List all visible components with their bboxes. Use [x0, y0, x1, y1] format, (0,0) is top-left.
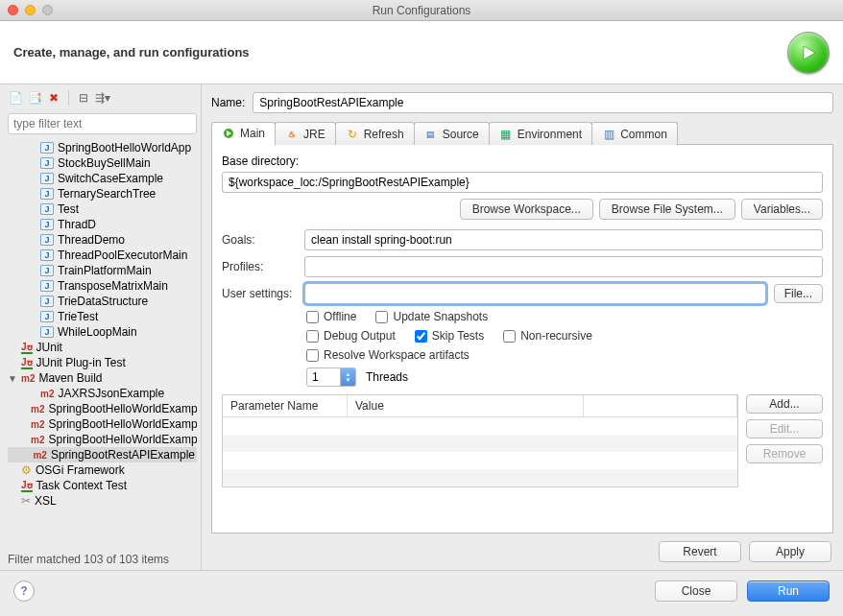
tree-item[interactable]: JʊJUnit	[8, 340, 197, 355]
tree-item[interactable]: JTransposeMatrixMain	[8, 278, 197, 294]
tree-item[interactable]: JStockBuySellMain	[8, 155, 197, 171]
tree-item[interactable]: JʊJUnit Plug-in Test	[8, 355, 197, 370]
duplicate-config-icon[interactable]: 📑	[27, 90, 42, 106]
tree-item[interactable]: JSwitchCaseExample	[8, 171, 197, 186]
collapse-all-icon[interactable]: ⊟	[76, 90, 91, 106]
name-input[interactable]	[253, 92, 833, 113]
config-tree[interactable]: JSpringBootHelloWorldAppJStockBuySellMai…	[8, 140, 197, 549]
delete-config-icon[interactable]: ✖	[46, 90, 61, 106]
table-row[interactable]	[223, 417, 737, 435]
tab-main[interactable]: Main	[211, 122, 276, 145]
tree-item-label: Task Context Test	[36, 479, 128, 492]
table-row[interactable]	[223, 452, 737, 469]
user-settings-label: User settings:	[222, 287, 297, 300]
tree-item[interactable]: JTernarySearchTree	[8, 186, 197, 201]
close-button[interactable]: Close	[655, 580, 737, 602]
tree-item-label: SpringBootHelloWorldExample	[48, 417, 197, 431]
tree-item-label: SpringBootHelloWorldExample	[48, 433, 197, 446]
tree-item-label: OSGi Framework	[36, 463, 125, 477]
common-icon: ▥	[602, 128, 615, 141]
revert-button[interactable]: Revert	[659, 541, 741, 562]
tree-item[interactable]: JTest	[8, 201, 197, 217]
tree-item-label: ThradD	[58, 218, 96, 231]
skip-tests-checkbox[interactable]: Skip Tests	[415, 329, 484, 343]
resolve-workspace-checkbox[interactable]: Resolve Workspace artifacts	[306, 348, 470, 362]
tree-item[interactable]: ✂XSL	[8, 493, 197, 509]
non-recursive-checkbox[interactable]: Non-recursive	[503, 329, 592, 343]
table-row[interactable]	[223, 435, 737, 452]
filter-input[interactable]	[8, 113, 197, 134]
tree-item[interactable]: m2SpringBootHelloWorldExample	[8, 416, 197, 432]
apply-button[interactable]: Apply	[749, 541, 831, 562]
threads-spinner[interactable]: ▲▼	[306, 367, 356, 387]
java-run-icon: J	[40, 142, 54, 154]
tree-item[interactable]: JThreadDemo	[8, 232, 197, 248]
tree-item-label: JUnit	[36, 341, 62, 354]
tree-item-label: JAXRSJsonExample	[58, 387, 164, 400]
add-param-button[interactable]: Add...	[746, 394, 823, 414]
offline-checkbox[interactable]: Offline	[306, 310, 356, 323]
tab-environment[interactable]: ▦Environment	[489, 122, 592, 145]
tab-source[interactable]: ▤Source	[414, 122, 490, 145]
tree-item-label: ThreadPoolExecutorMain	[58, 249, 187, 262]
sidebar-toolbar: 📄 📑 ✖ ⊟ ⇶▾	[8, 90, 197, 109]
tree-item[interactable]: JʊTask Context Test	[8, 478, 197, 493]
param-col-value: Value	[348, 395, 584, 416]
tree-item[interactable]: m2JAXRSJsonExample	[8, 386, 197, 401]
parameters-table[interactable]: Parameter Name Value	[222, 394, 738, 487]
table-row[interactable]	[223, 469, 737, 486]
sidebar: 📄 📑 ✖ ⊟ ⇶▾ JSpringBootHelloWorldAppJStoc…	[0, 84, 202, 570]
tree-item[interactable]: m2SpringBootHelloWorldExample	[8, 432, 197, 447]
goals-input[interactable]	[304, 229, 823, 250]
tree-item[interactable]: ▼m2Maven Build	[8, 370, 197, 386]
tree-item-label: WhileLoopMain	[58, 325, 137, 339]
junit-icon: Jʊ	[21, 480, 33, 492]
maven-icon: m2	[31, 404, 44, 415]
java-run-icon: J	[40, 296, 54, 307]
tree-item-label: TrieTest	[58, 310, 98, 323]
tab-refresh[interactable]: ↻Refresh	[335, 122, 415, 145]
filter-menu-icon[interactable]: ⇶▾	[95, 90, 110, 106]
update-snapshots-checkbox[interactable]: Update Snapshots	[375, 310, 488, 323]
run-button[interactable]: Run	[747, 580, 830, 602]
remove-param-button: Remove	[746, 444, 823, 463]
main-tab-panel: Base directory: Browse Workspace... Brow…	[211, 145, 833, 533]
base-dir-label: Base directory:	[222, 154, 823, 168]
browse-workspace-button[interactable]: Browse Workspace...	[460, 199, 593, 220]
tree-item[interactable]: m2SpringBootRestAPIExample	[8, 447, 197, 462]
param-col-name: Parameter Name	[223, 395, 348, 416]
tree-item[interactable]: JTrieTest	[8, 309, 197, 324]
tree-item[interactable]: JSpringBootHelloWorldApp	[8, 140, 197, 155]
tree-item[interactable]: JTrieDataStructure	[8, 294, 197, 309]
bottom-bar: ? Close Run	[0, 570, 843, 611]
maven-icon: m2	[21, 373, 35, 384]
tree-item-label: JUnit Plug-in Test	[36, 356, 126, 369]
file-button[interactable]: File...	[774, 284, 823, 303]
tab-jre[interactable]: ♨JRE	[275, 122, 336, 145]
tab-label: JRE	[303, 128, 325, 141]
new-config-icon[interactable]: 📄	[8, 90, 23, 106]
help-icon[interactable]: ?	[13, 580, 35, 602]
java-run-icon: J	[40, 173, 54, 184]
debug-output-checkbox[interactable]: Debug Output	[306, 329, 396, 343]
threads-value[interactable]	[306, 367, 341, 387]
browse-filesystem-button[interactable]: Browse File System...	[599, 199, 735, 220]
variables-button[interactable]: Variables...	[741, 199, 823, 220]
tree-item[interactable]: JThreadPoolExecutorMain	[8, 248, 197, 263]
user-settings-input[interactable]	[304, 283, 766, 304]
edit-param-button: Edit...	[746, 419, 823, 438]
tree-item[interactable]: ⚙OSGi Framework	[8, 462, 197, 478]
tree-item[interactable]: JThradD	[8, 217, 197, 232]
tree-item[interactable]: JTrainPlatformMain	[8, 263, 197, 278]
tab-common[interactable]: ▥Common	[591, 122, 678, 145]
tree-item[interactable]: JWhileLoopMain	[8, 324, 197, 340]
name-label: Name:	[211, 96, 245, 109]
java-run-icon: J	[40, 265, 54, 276]
base-dir-input[interactable]	[222, 172, 823, 193]
tree-item[interactable]: m2SpringBootHelloWorldExample	[8, 401, 197, 416]
header-title: Create, manage, and run configurations	[13, 45, 250, 59]
java-run-icon: J	[40, 203, 54, 215]
run-hero-icon	[787, 32, 830, 74]
profiles-input[interactable]	[304, 256, 823, 277]
window-title: Run Configurations	[0, 4, 843, 17]
